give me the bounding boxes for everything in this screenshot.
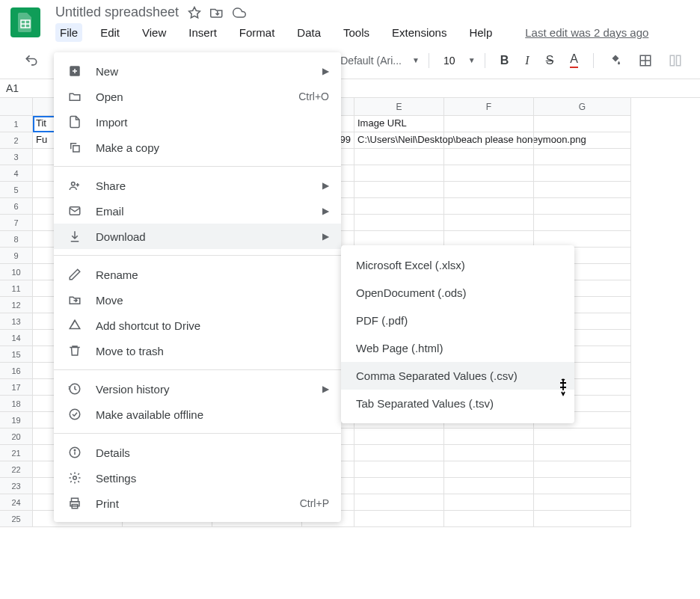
row-header[interactable]: 10	[0, 264, 33, 280]
row-header[interactable]: 6	[0, 198, 33, 215]
menu-item-version-history[interactable]: Version history▶	[54, 376, 341, 402]
italic-button[interactable]: I	[519, 51, 535, 70]
menu-item-share[interactable]: Share▶	[54, 173, 341, 198]
row-header[interactable]: 11	[0, 280, 33, 297]
name-box[interactable]: A1	[0, 79, 37, 97]
menu-item-new[interactable]: New▶	[54, 58, 341, 84]
cell[interactable]	[444, 198, 534, 215]
cell[interactable]	[444, 132, 534, 149]
row-header[interactable]: 2	[0, 132, 33, 149]
merge-cells-button[interactable]	[663, 51, 688, 70]
cell[interactable]	[534, 428, 631, 445]
menu-extensions[interactable]: Extensions	[387, 23, 451, 42]
menu-item-email[interactable]: Email▶	[54, 198, 341, 224]
menu-item-add-shortcut-to-drive[interactable]: Add shortcut to Drive	[54, 313, 341, 338]
cell[interactable]	[354, 149, 444, 165]
cell[interactable]	[354, 494, 444, 511]
row-header[interactable]: 9	[0, 248, 33, 264]
cell[interactable]	[444, 428, 534, 445]
row-header[interactable]: 22	[0, 461, 33, 478]
cell[interactable]	[534, 149, 631, 165]
cloud-status-icon[interactable]	[233, 6, 246, 19]
menu-item-open[interactable]: OpenCtrl+O	[54, 84, 341, 109]
bold-button[interactable]: B	[494, 51, 515, 70]
submenu-item[interactable]: PDF (.pdf)	[341, 307, 574, 334]
submenu-item[interactable]: OpenDocument (.ods)	[341, 279, 574, 307]
row-header[interactable]: 17	[0, 379, 33, 396]
menu-item-move[interactable]: Move	[54, 287, 341, 313]
col-header-g[interactable]: G	[534, 98, 631, 116]
cell[interactable]	[444, 478, 534, 494]
menu-item-make-a-copy[interactable]: Make a copy	[54, 135, 341, 160]
menu-item-rename[interactable]: Rename	[54, 262, 341, 287]
font-size-input[interactable]: 10	[438, 55, 461, 67]
menu-insert[interactable]: Insert	[184, 23, 221, 42]
menu-file[interactable]: File	[55, 23, 82, 42]
row-header[interactable]: 8	[0, 231, 33, 248]
row-header[interactable]: 14	[0, 330, 33, 346]
row-header[interactable]: 25	[0, 511, 33, 527]
sheets-logo[interactable]	[10, 7, 40, 37]
menu-help[interactable]: Help	[464, 23, 497, 42]
cell[interactable]	[354, 428, 444, 445]
menu-tools[interactable]: Tools	[339, 23, 374, 42]
undo-button[interactable]	[19, 50, 43, 71]
row-header[interactable]: 19	[0, 412, 33, 428]
row-header[interactable]: 3	[0, 149, 33, 165]
submenu-item[interactable]: Comma Separated Values (.csv)	[341, 362, 574, 390]
cell[interactable]	[534, 116, 631, 132]
menu-data[interactable]: Data	[292, 23, 325, 42]
cell[interactable]	[444, 215, 534, 231]
cell[interactable]	[534, 132, 631, 149]
cell[interactable]	[444, 445, 534, 461]
row-header[interactable]: 13	[0, 313, 33, 330]
cell[interactable]	[534, 182, 631, 198]
row-header[interactable]: 15	[0, 346, 33, 363]
cell[interactable]	[534, 461, 631, 478]
menu-edit[interactable]: Edit	[96, 23, 124, 42]
strikethrough-button[interactable]: S	[540, 51, 560, 70]
menu-format[interactable]: Format	[235, 23, 280, 42]
menu-item-details[interactable]: Details	[54, 440, 341, 465]
cell[interactable]	[444, 165, 534, 182]
cell[interactable]	[534, 494, 631, 511]
row-header[interactable]: 20	[0, 428, 33, 445]
cell[interactable]	[354, 445, 444, 461]
col-header-f[interactable]: F	[444, 98, 534, 116]
row-header[interactable]: 16	[0, 363, 33, 379]
row-header[interactable]: 21	[0, 445, 33, 461]
menu-view[interactable]: View	[138, 23, 171, 42]
document-title[interactable]: Untitled spreadsheet	[55, 4, 179, 20]
menu-item-settings[interactable]: Settings	[54, 465, 341, 491]
submenu-item[interactable]: Tab Separated Values (.tsv)	[341, 390, 574, 417]
menu-item-move-to-trash[interactable]: Move to trash	[54, 338, 341, 363]
row-header[interactable]: 23	[0, 478, 33, 494]
star-icon[interactable]	[188, 6, 201, 19]
cell[interactable]	[444, 494, 534, 511]
cell[interactable]	[444, 182, 534, 198]
row-header[interactable]: 5	[0, 182, 33, 198]
fill-color-button[interactable]	[603, 51, 628, 70]
cell[interactable]	[444, 511, 534, 527]
text-color-button[interactable]: A	[564, 49, 584, 71]
font-family-select[interactable]: Default (Ari...	[337, 52, 405, 70]
cell[interactable]	[534, 198, 631, 215]
submenu-item[interactable]: Microsoft Excel (.xlsx)	[341, 251, 574, 279]
menu-item-make-available-offline[interactable]: Make available offline	[54, 402, 341, 427]
chevron-down-icon[interactable]: ▼	[412, 56, 420, 64]
row-header[interactable]: 7	[0, 215, 33, 231]
cell[interactable]	[534, 215, 631, 231]
row-header[interactable]: 18	[0, 396, 33, 412]
menu-item-print[interactable]: PrintCtrl+P	[54, 491, 341, 516]
cell[interactable]	[354, 461, 444, 478]
cell[interactable]	[354, 165, 444, 182]
cell[interactable]	[534, 445, 631, 461]
cell[interactable]	[444, 149, 534, 165]
cell[interactable]	[354, 511, 444, 527]
row-header[interactable]: 1	[0, 116, 33, 132]
menu-item-import[interactable]: Import	[54, 109, 341, 135]
cell[interactable]	[354, 215, 444, 231]
cell[interactable]: C:\Users\Neil\Desktop\beach please honey…	[354, 132, 444, 149]
cell[interactable]	[534, 478, 631, 494]
row-header[interactable]: 12	[0, 297, 33, 313]
